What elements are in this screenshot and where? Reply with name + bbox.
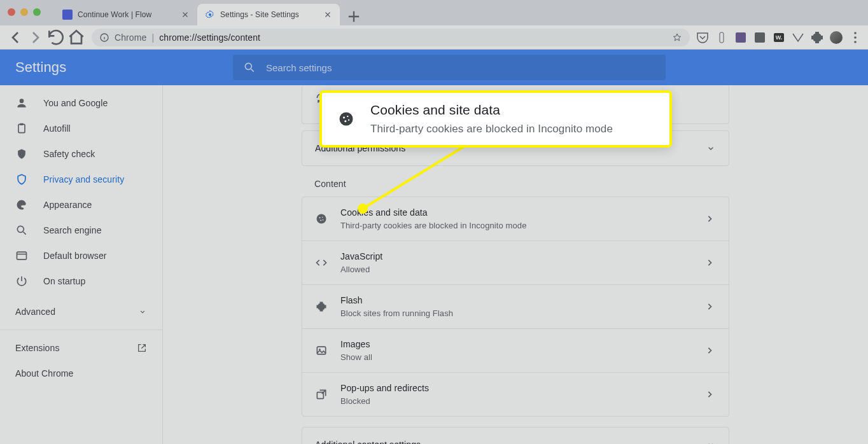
sidebar-label: Autofill [43,123,71,134]
popup-icon [315,388,328,401]
chevron-right-icon [703,256,716,269]
svg-point-13 [319,217,321,218]
image-icon [315,344,328,357]
site-info-icon[interactable] [99,32,109,43]
sidebar-item-privacy-security[interactable]: Privacy and security [0,167,162,192]
row-subtitle: Block sites from running Flash [340,308,690,319]
row-cookies[interactable]: Cookies and site dataThird-party cookies… [302,197,729,240]
toolbar-extensions: W. [695,30,863,45]
row-title: Flash [340,294,690,307]
tab-title: Settings - Site Settings [220,10,318,19]
sidebar-item-you-google[interactable]: You and Google [0,90,162,116]
sidebar-divider [0,330,162,330]
svg-point-21 [343,116,345,118]
sidebar-advanced[interactable]: Advanced [0,299,162,324]
url-separator: | [151,32,154,43]
chevron-right-icon [703,388,716,401]
sidebar-label: Safety check [43,149,95,159]
tab-settings[interactable]: Settings - Site Settings [197,4,340,25]
chevron-right-icon [703,212,716,225]
svg-point-15 [320,220,321,221]
chevron-down-icon [706,143,716,153]
row-subtitle: Show all [340,352,690,363]
minimize-window-dot[interactable] [20,8,28,16]
svg-rect-11 [17,252,27,260]
pocket-icon[interactable] [695,30,710,45]
settings-header: Settings [0,50,868,85]
content-card: Cookies and site dataThird-party cookies… [302,197,729,417]
external-link-icon [137,343,147,353]
additional-content-settings[interactable]: Additional content settings [302,427,729,444]
sidebar-extensions[interactable]: Extensions [0,335,162,361]
search-input[interactable] [266,62,655,73]
close-window-dot[interactable] [8,8,15,16]
row-flash[interactable]: FlashBlock sites from running Flash [302,284,729,328]
row-subtitle: Blocked [340,396,690,407]
browser-toolbar: Chrome | chrome://settings/content W. [0,25,868,50]
row-images[interactable]: ImagesShow all [302,328,729,372]
svg-rect-9 [20,123,24,125]
svg-point-12 [317,214,326,224]
palette-icon [15,198,28,211]
favicon-flow [62,10,73,20]
settings-sidebar: You and Google Autofill Safety check Pri… [0,85,163,444]
sidebar-item-autofill[interactable]: Autofill [0,116,162,141]
sidebar-item-search-engine[interactable]: Search engine [0,218,162,243]
new-tab-button[interactable] [345,8,363,25]
extensions-puzzle-icon[interactable] [809,30,825,45]
search-settings[interactable] [233,55,666,80]
svg-point-24 [348,120,349,121]
svg-point-14 [322,217,323,218]
extension-icon-d[interactable] [790,30,806,45]
search-icon [243,61,256,74]
extension-icon-c[interactable] [752,30,767,45]
window-traffic-lights [8,8,41,16]
advanced-label: Advanced [15,307,55,317]
tab-title: Continue Work | Flow [78,10,176,19]
svg-rect-17 [317,347,325,354]
clipboard-icon [15,122,28,135]
sidebar-item-default-browser[interactable]: Default browser [0,243,162,268]
back-button[interactable] [5,27,25,48]
chrome-menu-icon[interactable] [848,30,863,45]
section-label: Additional content settings [315,440,421,444]
callout-title: Cookies and site data [370,101,613,119]
chevron-down-icon [138,307,147,316]
row-title: Cookies and site data [340,206,690,219]
sidebar-item-appearance[interactable]: Appearance [0,192,162,218]
callout-anchor-dot [358,204,368,214]
forward-button[interactable] [25,27,46,48]
row-popups[interactable]: Pop-ups and redirectsBlocked [302,372,729,416]
chevron-right-icon [703,300,716,313]
sidebar-item-safety-check[interactable]: Safety check [0,141,162,167]
svg-point-7 [20,99,24,103]
extension-icon-w[interactable]: W. [771,30,787,45]
row-javascript[interactable]: JavaScriptAllowed [302,240,729,284]
row-subtitle: Allowed [340,264,690,275]
maximize-window-dot[interactable] [33,8,41,16]
extension-icon-a[interactable] [714,30,729,45]
person-icon [15,97,28,109]
extension-icon-b[interactable] [733,30,748,45]
puzzle-icon [315,300,328,313]
power-icon [15,275,28,288]
sidebar-about-chrome[interactable]: About Chrome [0,361,162,386]
tab-flow[interactable]: Continue Work | Flow [55,4,197,25]
sidebar-label: Search engine [43,225,102,235]
bookmark-star-icon[interactable] [672,32,682,43]
reload-button[interactable] [46,27,66,48]
sidebar-label: On startup [43,276,85,286]
close-tab-icon[interactable] [181,10,190,19]
svg-point-4 [854,36,857,39]
sidebar-item-on-startup[interactable]: On startup [0,268,162,294]
callout-subtitle: Third-party cookies are blocked in Incog… [370,121,613,137]
cookie-icon [315,212,328,225]
close-tab-icon[interactable] [323,10,332,19]
shield-icon [15,173,28,186]
address-bar[interactable]: Chrome | chrome://settings/content [92,29,690,46]
svg-point-5 [854,41,857,43]
profile-avatar[interactable] [829,30,844,45]
url-prefix: Chrome [115,32,146,43]
row-title: Pop-ups and redirects [340,382,690,394]
home-button[interactable] [66,27,87,48]
